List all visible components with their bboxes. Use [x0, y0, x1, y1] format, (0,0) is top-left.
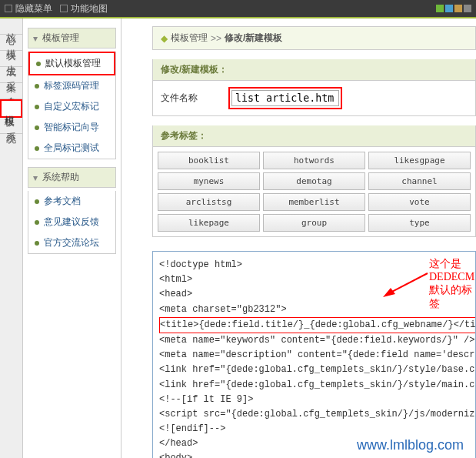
breadcrumb-page: 修改/新建模板: [225, 32, 282, 45]
tag-button[interactable]: mynews: [158, 172, 260, 190]
topbar: 隐藏菜单 功能地图: [0, 0, 476, 18]
vtab-6[interactable]: 系统: [0, 118, 22, 134]
hide-menu-label: 隐藏菜单: [15, 2, 52, 15]
bullet-icon: [36, 62, 41, 66]
sidebar-item-label: 官方交流论坛: [44, 236, 99, 249]
feature-map-button[interactable]: 功能地图: [60, 2, 108, 15]
sidebar-item[interactable]: 智能标记向导: [28, 117, 115, 138]
hide-menu-button[interactable]: 隐藏菜单: [5, 2, 52, 15]
vtab-1[interactable]: 模块: [0, 35, 22, 51]
filename-input[interactable]: [231, 90, 339, 106]
filename-label: 文件名称: [161, 92, 198, 105]
vtab-5[interactable]: 模板: [0, 99, 22, 118]
sidebar: ▾模板管理默认模板管理标签源码管理自定义宏标记智能标记向导全局标记测试▾系统帮助…: [23, 18, 121, 458]
theme-square[interactable]: [445, 5, 453, 12]
theme-square[interactable]: [464, 5, 471, 12]
tag-grid: booklisthotwordslikesgpagemynewsdemotagc…: [152, 147, 476, 237]
vtab-0[interactable]: 核心: [0, 18, 22, 35]
sidebar-item[interactable]: 标签源码管理: [28, 75, 115, 96]
theme-square[interactable]: [454, 5, 462, 12]
code-editor[interactable]: <!doctype html> <html> <head> <meta char…: [152, 251, 476, 458]
tag-button[interactable]: vote: [368, 193, 471, 211]
vtab-4[interactable]: 会员: [0, 83, 22, 99]
sidebar-item[interactable]: 官方交流论坛: [28, 232, 115, 253]
tag-button[interactable]: type: [368, 214, 471, 232]
breadcrumb: ◆ 模板管理 >> 修改/新建模板: [152, 26, 476, 50]
sidebar-item[interactable]: 意见建议反馈: [28, 212, 115, 232]
sidebar-item-label: 默认模板管理: [45, 57, 101, 70]
tag-button[interactable]: likesgpage: [368, 152, 471, 169]
bullet-icon: [35, 105, 39, 109]
chevron-down-icon: ▾: [33, 172, 38, 183]
section-title-edit: 修改/新建模板：: [152, 59, 476, 81]
content-area: ◆ 模板管理 >> 修改/新建模板 修改/新建模板： 文件名称 参考标签： bo…: [121, 18, 476, 458]
tag-button[interactable]: hotwords: [263, 152, 365, 169]
bullet-icon: [35, 125, 39, 130]
sidebar-item[interactable]: 参考文档: [28, 191, 115, 212]
sidebar-item[interactable]: 全局标记测试: [28, 138, 115, 159]
theme-square[interactable]: [436, 5, 444, 12]
grid-icon: [5, 5, 12, 12]
sidebar-item[interactable]: 自定义宏标记: [28, 96, 115, 117]
filename-highlight: [228, 87, 342, 109]
tag-button[interactable]: demotag: [263, 172, 365, 190]
sidebar-item-label: 全局标记测试: [44, 142, 99, 155]
tag-button[interactable]: arclistsg: [158, 193, 260, 211]
feature-map-label: 功能地图: [71, 2, 108, 15]
sidebar-section-header[interactable]: ▾模板管理: [28, 28, 116, 48]
section-title: 模板管理: [42, 32, 79, 45]
sidebar-item-label: 智能标记向导: [44, 121, 99, 134]
vertical-tabs: 核心模块生成采集会员模板系统: [0, 18, 23, 458]
sidebar-item-label: 自定义宏标记: [44, 100, 99, 113]
section-title-tags: 参考标签：: [152, 125, 476, 147]
watermark: www.lmlblog.com: [357, 437, 464, 453]
code-highlight: <title>{dede:field.title/}_{dede:global.…: [159, 317, 476, 333]
vtab-2[interactable]: 生成: [0, 51, 22, 67]
vtab-3[interactable]: 采集: [0, 67, 22, 83]
sidebar-item-label: 意见建议反馈: [44, 216, 99, 229]
filename-row: 文件名称: [152, 81, 476, 116]
grid-icon: [60, 5, 68, 12]
tag-button[interactable]: group: [263, 214, 365, 232]
chevron-right-icon: >>: [211, 33, 221, 44]
bullet-icon: [35, 241, 39, 246]
tag-button[interactable]: memberlist: [263, 193, 365, 211]
sidebar-item-label: 标签源码管理: [44, 79, 99, 92]
breadcrumb-bullet-icon: ◆: [161, 33, 168, 44]
breadcrumb-category[interactable]: 模板管理: [171, 32, 208, 45]
bullet-icon: [35, 146, 39, 151]
bullet-icon: [35, 220, 39, 225]
tag-button[interactable]: likepage: [158, 214, 260, 232]
sidebar-item-label: 参考文档: [44, 195, 81, 208]
section-title: 系统帮助: [42, 171, 79, 184]
sidebar-item[interactable]: 默认模板管理: [28, 52, 115, 75]
bullet-icon: [35, 84, 39, 89]
chevron-down-icon: ▾: [33, 33, 38, 44]
tag-button[interactable]: channel: [368, 172, 471, 190]
sidebar-section-header[interactable]: ▾系统帮助: [28, 167, 116, 188]
tag-button[interactable]: booklist: [158, 152, 260, 169]
bullet-icon: [35, 199, 39, 204]
theme-squares: [436, 5, 471, 12]
